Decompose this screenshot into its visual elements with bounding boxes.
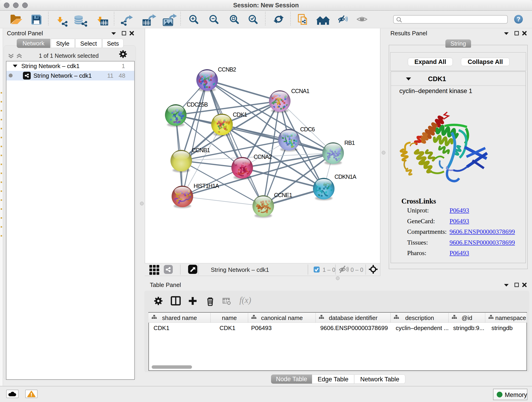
svg-text:CCNE1: CCNE1 [274,192,292,198]
svg-text:CCNB1: CCNB1 [192,147,210,153]
svg-text:CCNB2: CCNB2 [218,66,236,73]
svg-text:HIST1H1A: HIST1H1A [194,183,219,189]
svg-text:CDC25B: CDC25B [187,101,208,108]
svg-text:CDK1: CDK1 [233,111,247,118]
svg-text:CCNA2: CCNA2 [254,153,272,160]
svg-text:CDC6: CDC6 [300,126,315,133]
svg-text:CDKN1A: CDKN1A [335,173,356,180]
svg-text:RB1: RB1 [344,140,355,146]
svg-text:CCNA1: CCNA1 [291,88,309,94]
